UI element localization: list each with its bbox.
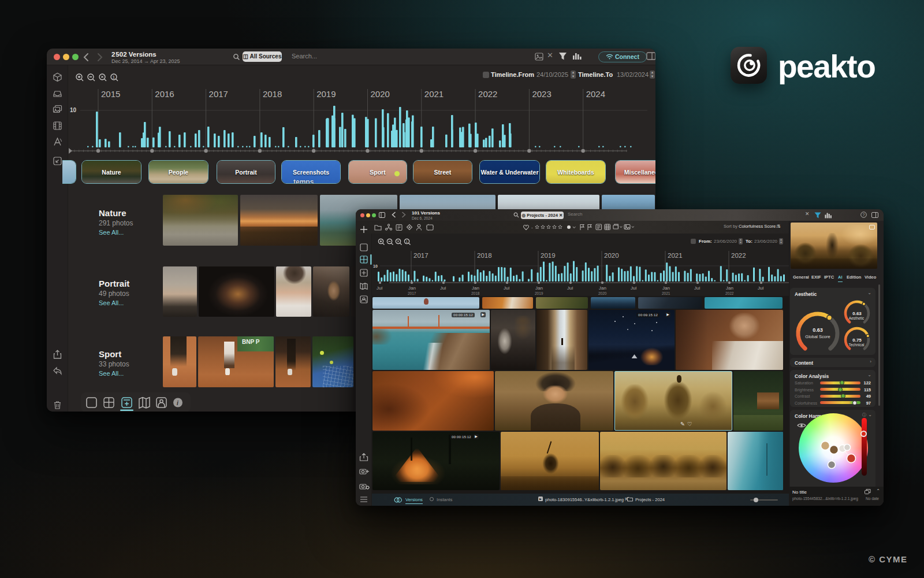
svg-text:0.63: 0.63 xyxy=(813,327,823,333)
svg-text:Technical: Technical xyxy=(848,343,865,347)
svg-text:0.75: 0.75 xyxy=(852,338,862,343)
svg-text:Aesthetic: Aesthetic xyxy=(849,316,865,320)
svg-text:i: i xyxy=(177,400,178,406)
svg-text:Global Score: Global Score xyxy=(805,334,830,339)
svg-text:0.63: 0.63 xyxy=(852,311,862,316)
